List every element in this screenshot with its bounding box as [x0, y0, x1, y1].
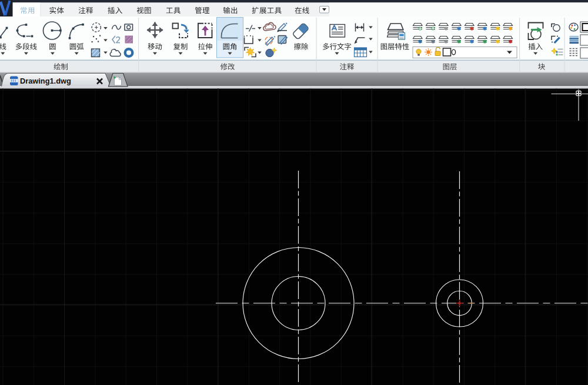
- svg-text:Drawing1.dwg: Drawing1.dwg: [20, 77, 71, 85]
